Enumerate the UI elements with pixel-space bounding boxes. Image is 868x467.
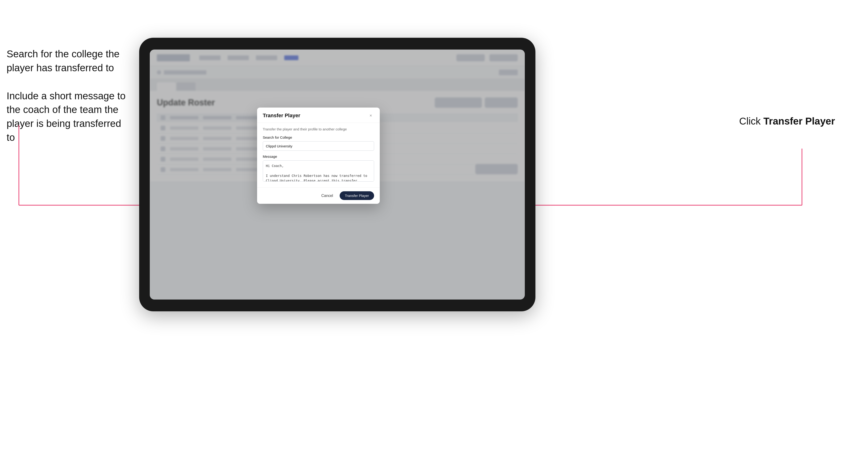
modal-overlay: Transfer Player × Transfer the player an… (150, 50, 525, 300)
ipad-device: Update Roster (139, 38, 535, 311)
modal-close-button[interactable]: × (368, 112, 374, 119)
modal-title: Transfer Player (263, 113, 300, 119)
annotation-text-search: Search for the college the player has tr… (7, 49, 120, 73)
modal-footer: Cancel Transfer Player (257, 187, 380, 204)
annotation-right: Click Transfer Player (739, 116, 835, 127)
cancel-button[interactable]: Cancel (317, 192, 337, 200)
modal-header: Transfer Player × (257, 107, 380, 123)
modal-description: Transfer the player and their profile to… (263, 127, 374, 131)
transfer-player-button[interactable]: Transfer Player (340, 191, 374, 200)
search-college-input[interactable] (263, 141, 374, 151)
modal-body: Transfer the player and their profile to… (257, 123, 380, 187)
ipad-screen: Update Roster (150, 50, 525, 300)
transfer-player-modal: Transfer Player × Transfer the player an… (257, 107, 380, 204)
annotation-transfer-bold: Transfer Player (763, 116, 835, 127)
annotation-text-message: Include a short message to the coach of … (7, 90, 125, 143)
annotation-left: Search for the college the player has tr… (7, 47, 129, 145)
search-college-label: Search for College (263, 135, 374, 139)
annotation-click-prefix: Click (739, 116, 764, 127)
message-textarea[interactable]: Hi Coach, I understand Chris Robertson h… (263, 160, 374, 182)
message-label: Message (263, 154, 374, 158)
